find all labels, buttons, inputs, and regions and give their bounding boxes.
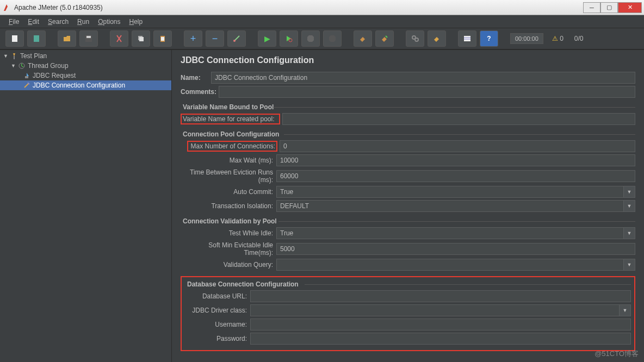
- svg-rect-17: [14, 56, 15, 59]
- comments-label: Comments:: [181, 88, 219, 96]
- maxconn-label: Max Number of Connections:: [189, 142, 275, 150]
- shutdown-button[interactable]: [323, 30, 342, 47]
- cut-button[interactable]: [110, 30, 128, 47]
- comments-input[interactable]: [219, 86, 635, 98]
- threadgroup-icon: [18, 62, 26, 70]
- function-helper-button[interactable]: [458, 30, 476, 47]
- name-input[interactable]: [211, 72, 635, 84]
- chevron-down-icon[interactable]: ▼: [623, 200, 635, 212]
- window-title: Apache JMeter (5.0 r1840935): [14, 4, 583, 11]
- toolbar: + − ▶ ? 00:00:00 ⚠ 0 0/0: [0, 28, 644, 50]
- section-pool-title: Connection Pool Configuration: [181, 130, 635, 138]
- annotation-1: 1、: [172, 157, 174, 166]
- collapse-icon[interactable]: ▼: [3, 53, 8, 59]
- section-valid-title: Connection Validation by Pool: [181, 217, 635, 225]
- annotation-3: 3、: [172, 307, 174, 316]
- tree-thread-group[interactable]: ▼ Thread Group: [0, 61, 171, 71]
- expand-button[interactable]: +: [184, 30, 202, 47]
- title-bar: Apache JMeter (5.0 r1840935) ─ ▢ ✕: [0, 0, 644, 15]
- copy-button[interactable]: [132, 30, 150, 47]
- softmin-label: Soft Min Evictable Idle Time(ms):: [181, 241, 276, 257]
- tree-test-plan[interactable]: ▼ Test Plan: [0, 51, 171, 61]
- tree-jdbc-request[interactable]: JDBC Request: [0, 71, 171, 80]
- evict-input[interactable]: [276, 170, 635, 182]
- menu-options[interactable]: Options: [94, 16, 125, 28]
- menu-edit[interactable]: Edit: [23, 16, 44, 28]
- clear-button[interactable]: [354, 30, 372, 47]
- highlight-db-section: Database Connection Configuration Databa…: [181, 276, 635, 351]
- start-button[interactable]: ▶: [258, 30, 276, 47]
- svg-rect-19: [25, 76, 28, 78]
- highlight-varname: Variable Name for created pool:: [181, 114, 280, 124]
- query-label: Validation Query:: [181, 261, 276, 269]
- softmin-input[interactable]: [276, 243, 635, 255]
- menu-bar: File Edit Search Run Options Help: [0, 15, 644, 28]
- new-button[interactable]: [5, 30, 24, 47]
- testplan-icon: [10, 52, 18, 60]
- warning-icon: ⚠: [552, 35, 558, 42]
- templates-button[interactable]: [27, 30, 46, 47]
- section-varname-title: Variable Name Bound to Pool: [181, 103, 635, 111]
- pass-label: Password:: [185, 335, 250, 342]
- svg-point-13: [415, 38, 418, 41]
- clear-all-button[interactable]: [375, 30, 394, 47]
- varname-input[interactable]: [282, 113, 635, 125]
- pass-input[interactable]: [250, 333, 631, 345]
- app-icon: [2, 3, 11, 12]
- maxwait-label: Max Wait (ms):: [181, 157, 276, 164]
- idle-combo[interactable]: [276, 227, 623, 239]
- chevron-down-icon[interactable]: ▼: [623, 259, 635, 271]
- maxconn-input[interactable]: [280, 140, 635, 152]
- user-label: Username:: [185, 321, 250, 328]
- save-button[interactable]: [79, 30, 98, 47]
- autocommit-combo[interactable]: [276, 186, 623, 198]
- svg-rect-0: [12, 35, 17, 42]
- dburl-label: Database URL:: [185, 292, 250, 300]
- svg-rect-7: [161, 37, 164, 41]
- maxwait-input[interactable]: [276, 154, 635, 166]
- chevron-down-icon[interactable]: ▼: [619, 304, 631, 316]
- paste-button[interactable]: [153, 30, 172, 47]
- watermark: @51CTO博客: [595, 349, 639, 359]
- close-button[interactable]: ✕: [618, 2, 642, 13]
- tree-jdbc-config[interactable]: JDBC Connection Configuration: [0, 80, 171, 90]
- reset-search-button[interactable]: [428, 30, 446, 47]
- minimize-button[interactable]: ─: [583, 2, 600, 13]
- driver-label: JDBC Driver class:: [185, 307, 250, 314]
- warning-indicator: ⚠ 0: [552, 35, 564, 42]
- menu-help[interactable]: Help: [125, 16, 147, 28]
- search-button[interactable]: [406, 30, 424, 47]
- svg-marker-11: [329, 35, 336, 42]
- collapse-icon[interactable]: ▼: [11, 63, 16, 68]
- driver-combo[interactable]: [250, 304, 619, 316]
- isolation-label: Transaction Isolation:: [181, 202, 276, 210]
- name-label: Name:: [181, 74, 211, 82]
- page-title: JDBC Connection Configuration: [181, 55, 635, 65]
- query-combo[interactable]: [276, 259, 623, 271]
- annotation-2: 2、: [172, 184, 174, 194]
- menu-search[interactable]: Search: [44, 16, 73, 28]
- open-button[interactable]: [58, 30, 76, 47]
- svg-rect-1: [34, 35, 39, 42]
- test-plan-tree[interactable]: ▼ Test Plan ▼ Thread Group JDBC Request …: [0, 50, 172, 362]
- svg-marker-10: [307, 35, 314, 42]
- toggle-button[interactable]: [227, 30, 246, 47]
- isolation-combo[interactable]: [276, 200, 623, 212]
- chevron-down-icon[interactable]: ▼: [623, 227, 635, 239]
- chevron-down-icon[interactable]: ▼: [623, 186, 635, 198]
- stop-button[interactable]: [301, 30, 320, 47]
- svg-rect-5: [139, 37, 144, 41]
- config-icon: [23, 82, 30, 89]
- menu-file[interactable]: File: [4, 16, 23, 28]
- menu-run[interactable]: Run: [73, 16, 94, 28]
- varname-label: Variable Name for created pool:: [183, 115, 278, 123]
- autocommit-label: Auto Commit:: [181, 188, 276, 196]
- help-button[interactable]: ?: [480, 30, 498, 47]
- dburl-input[interactable]: [250, 290, 631, 302]
- start-no-timers-button[interactable]: [280, 30, 298, 47]
- config-panel: JDBC Connection Configuration Name: Comm…: [172, 50, 644, 362]
- user-input[interactable]: [250, 319, 631, 330]
- collapse-button[interactable]: −: [206, 30, 224, 47]
- svg-point-9: [289, 39, 292, 42]
- maximize-button[interactable]: ▢: [600, 2, 618, 13]
